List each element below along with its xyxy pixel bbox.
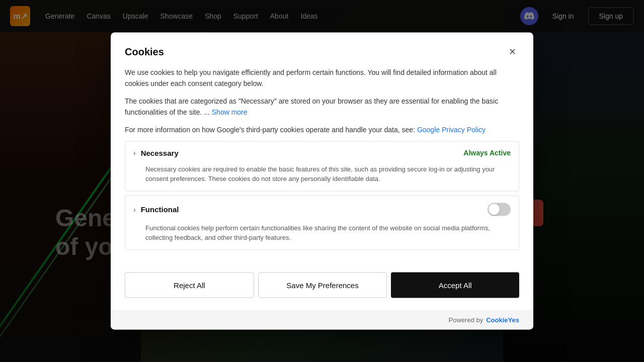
functional-section-content: Functional cookies help perform certain … (125, 223, 519, 249)
modal-text-3-content: For more information on how Google's thi… (125, 125, 415, 133)
show-more-link[interactable]: Show more (212, 108, 248, 116)
modal-text-3: For more information on how Google's thi… (125, 124, 519, 135)
reject-all-button[interactable]: Reject All (125, 272, 254, 298)
functional-section: › Functional Functional cookies help per… (125, 195, 519, 250)
functional-chevron-icon: › (133, 205, 136, 213)
necessary-chevron-icon: › (133, 149, 136, 157)
modal-text-2: The cookies that are categorized as "Nec… (125, 95, 519, 118)
functional-section-left: › Functional (133, 205, 179, 214)
necessary-section-left: › Necessary (133, 148, 179, 157)
modal-body: We use cookies to help you navigate effi… (111, 67, 533, 264)
toggle-knob (489, 204, 500, 215)
cookieyes-logo: CookieYes (486, 316, 519, 323)
modal-text-1: We use cookies to help you navigate effi… (125, 67, 519, 89)
always-active-label: Always Active (463, 149, 511, 157)
functional-section-title: Functional (141, 205, 179, 214)
modal-footer: Reject All Save My Preferences Accept Al… (111, 264, 533, 310)
modal-close-button[interactable]: ✕ (505, 45, 519, 59)
accept-all-button[interactable]: Accept All (391, 272, 519, 298)
functional-description: Functional cookies help perform certain … (145, 223, 511, 242)
modal-title: Cookies (125, 46, 164, 57)
cookies-modal: Cookies ✕ We use cookies to help you nav… (111, 33, 533, 330)
functional-toggle[interactable] (488, 203, 511, 216)
necessary-description: Necessary cookies are required to enable… (145, 164, 511, 184)
necessary-section-title: Necessary (141, 148, 179, 157)
save-preferences-button[interactable]: Save My Preferences (258, 272, 387, 298)
powered-by-text: Powered by (449, 316, 484, 323)
modal-header: Cookies ✕ (111, 33, 533, 67)
necessary-section: › Necessary Always Active Necessary cook… (125, 141, 519, 191)
powered-by-bar: Powered by CookieYes (111, 310, 533, 329)
google-privacy-link[interactable]: Google Privacy Policy (417, 125, 486, 133)
modal-text-2-content: The cookies that are categorized as "Nec… (125, 97, 498, 116)
necessary-section-content: Necessary cookies are required to enable… (125, 164, 519, 191)
functional-section-header[interactable]: › Functional (125, 196, 519, 223)
necessary-section-header[interactable]: › Necessary Always Active (125, 141, 519, 164)
